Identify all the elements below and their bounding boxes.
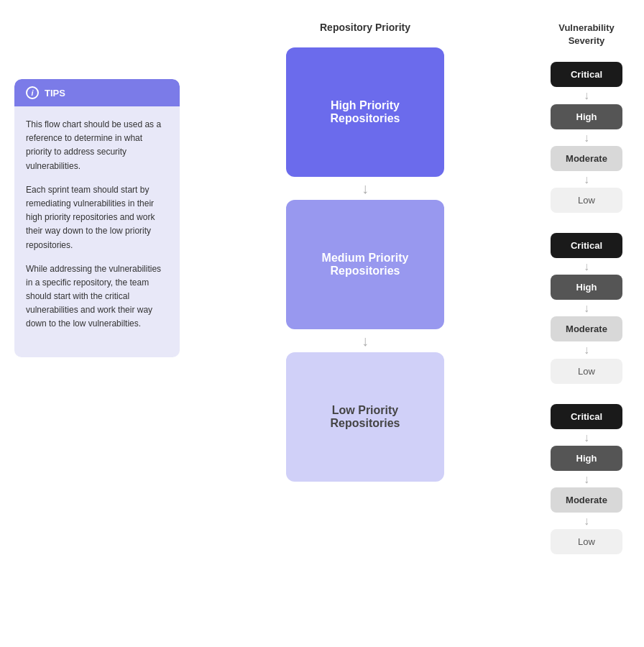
repo-arrow-2: ↓	[362, 334, 369, 348]
severity-badge-low-1: Low	[551, 188, 622, 213]
severity-group-2: Critical ↓ High ↓ Moderate ↓ Low	[543, 233, 630, 384]
tips-content: This flow chart should be used as a refe…	[14, 106, 180, 343]
repo-box-medium-label: Medium PriorityRepositories	[322, 252, 409, 277]
severity-arrow-3c: ↓	[584, 514, 589, 528]
severity-badge-low-3: Low	[551, 529, 622, 554]
severity-gap-1	[543, 213, 630, 233]
severity-badge-moderate-1: Moderate	[551, 146, 622, 171]
tips-header: i TIPS	[14, 79, 180, 106]
severity-arrow-1b: ↓	[584, 131, 589, 144]
repo-column-header: Repository Priority	[320, 22, 410, 33]
severity-arrow-1a: ↓	[584, 88, 589, 102]
severity-badge-critical-1: Critical	[551, 62, 622, 87]
severity-badge-high-1: High	[551, 104, 622, 129]
severity-badge-critical-3: Critical	[551, 404, 622, 429]
repo-boxes: High PriorityRepositories ↓ Medium Prior…	[286, 47, 444, 482]
repo-box-medium: Medium PriorityRepositories	[286, 200, 444, 329]
severity-column-header: VulnerabilitySeverity	[543, 22, 630, 47]
repo-box-high-label: High PriorityRepositories	[331, 99, 400, 125]
severity-arrow-3b: ↓	[584, 472, 589, 486]
severity-group-3: Critical ↓ High ↓ Moderate ↓ Low	[543, 404, 630, 555]
tips-title: TIPS	[45, 88, 65, 98]
repo-panel: Repository Priority High PriorityReposit…	[208, 22, 522, 482]
severity-badge-moderate-3: Moderate	[551, 487, 622, 513]
severity-arrow-3a: ↓	[584, 431, 589, 444]
severity-arrow-1c: ↓	[584, 173, 589, 186]
info-icon: i	[26, 86, 39, 99]
severity-badge-high-3: High	[551, 446, 622, 471]
repo-box-low-label: Low PriorityRepositories	[331, 404, 400, 430]
tips-paragraph-2: Each sprint team should start by remedia…	[26, 183, 168, 252]
repo-arrow-1: ↓	[362, 181, 369, 196]
repo-box-high: High PriorityRepositories	[286, 47, 444, 177]
severity-arrow-2a: ↓	[584, 260, 589, 273]
severity-group-1: Critical ↓ High ↓ Moderate ↓ Low	[543, 62, 630, 213]
tips-panel: i TIPS This flow chart should be used as…	[14, 79, 180, 357]
page-container: i TIPS This flow chart should be used as…	[0, 0, 644, 576]
severity-gap-2	[543, 384, 630, 404]
severity-badge-critical-2: Critical	[551, 233, 622, 258]
tips-box: i TIPS This flow chart should be used as…	[14, 79, 180, 357]
severity-badge-high-2: High	[551, 275, 622, 300]
severity-arrow-2b: ↓	[584, 301, 589, 315]
tips-paragraph-3: While addressing the vulnerabilities in …	[26, 262, 168, 331]
severity-badge-low-2: Low	[551, 359, 622, 384]
severity-panel: VulnerabilitySeverity Critical ↓ High ↓ …	[543, 22, 630, 554]
repo-box-low: Low PriorityRepositories	[286, 352, 444, 482]
tips-paragraph-1: This flow chart should be used as a refe…	[26, 118, 168, 173]
severity-badge-moderate-2: Moderate	[551, 316, 622, 341]
severity-arrow-2c: ↓	[584, 343, 589, 357]
